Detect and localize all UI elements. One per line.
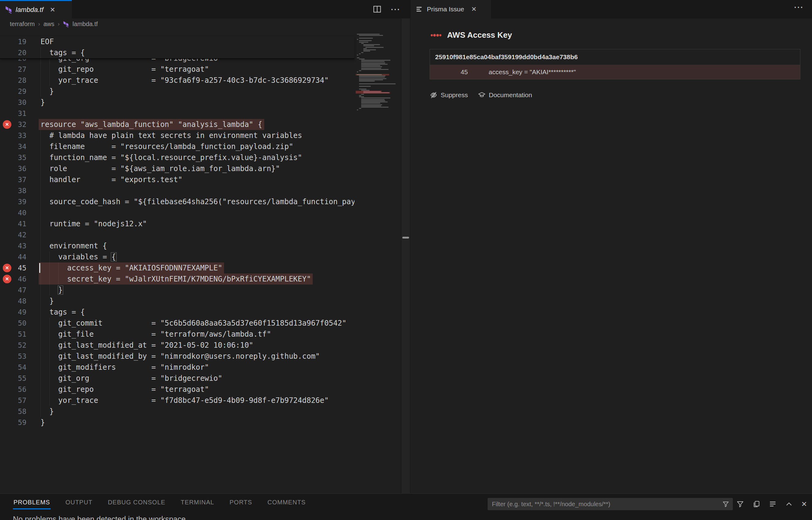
minimap-line — [361, 102, 388, 102]
code-line-57[interactable]: 57 yor_trace = "f7d8bc47-e5d9-4b09-9d8f-… — [0, 395, 354, 406]
line-number: 48 — [0, 295, 26, 307]
breadcrumb-terraform[interactable]: terraform — [10, 21, 35, 28]
minimap-line — [363, 49, 376, 50]
code-line-31[interactable]: 31 — [0, 108, 354, 119]
code-line-19[interactable]: 19EOF — [0, 36, 354, 47]
line-number: 49 — [0, 307, 26, 318]
code-text: variables = { — [41, 252, 116, 262]
minimap-line — [361, 68, 381, 69]
documentation-button[interactable]: Documentation — [478, 91, 532, 99]
collapse-all-icon[interactable] — [769, 500, 777, 508]
code-line-48[interactable]: 48 } — [0, 295, 354, 307]
tab-lambda-tf[interactable]: lambda.tf ✕ — [0, 0, 72, 18]
code-line-28[interactable]: 28 yor_trace = "93cfa6f9-a257-40c3-b7dc-… — [0, 75, 354, 86]
code-line-30[interactable]: 30} — [0, 97, 354, 108]
minimap-line — [357, 72, 358, 72]
code-line-39[interactable]: 39 source_code_hash = "${filebase64sha25… — [0, 196, 354, 207]
split-editor-icon[interactable] — [373, 5, 381, 13]
line-number: 33 — [0, 130, 26, 141]
issue-header: AWS Access Key — [430, 30, 512, 40]
code-line-52[interactable]: 52 git_last_modified_at = "2021-05-02 10… — [0, 340, 354, 351]
view-as-table-icon[interactable] — [753, 500, 760, 508]
filter-funnel-icon[interactable] — [722, 500, 730, 508]
tab-prisma-issue[interactable]: Prisma Issue ✕ — [411, 0, 491, 18]
tab-close-icon[interactable]: ✕ — [50, 6, 55, 14]
finding-code-row[interactable]: 45 access_key = "AKIAI**********" — [430, 65, 800, 79]
line-number: 57 — [0, 395, 26, 406]
code-line-51[interactable]: 51 git_file = "terraform/aws/lambda.tf" — [0, 329, 354, 340]
code-line-49[interactable]: 49 tags = { — [0, 307, 354, 318]
code-line-59[interactable]: 59} — [0, 417, 354, 428]
code-line-33[interactable]: 33 # lambda have plain text secrets in e… — [0, 130, 354, 141]
filter-input[interactable] — [488, 498, 733, 510]
code-line-20[interactable]: 20 tags = { — [0, 47, 354, 58]
code-line-42[interactable]: 42 — [0, 229, 354, 240]
panel-tab-close-icon[interactable]: ✕ — [471, 5, 476, 13]
breadcrumb-aws[interactable]: aws — [43, 21, 54, 28]
minimap-line — [361, 66, 382, 67]
sash-drag-handle[interactable] — [402, 237, 409, 238]
minimap-line — [359, 70, 361, 71]
editor-tab-bar: lambda.tf ✕ ⋯ — [0, 0, 411, 18]
code-text: } — [41, 86, 54, 97]
suppress-button[interactable]: Suppress — [429, 91, 468, 99]
code-text: EOF — [41, 36, 54, 47]
minimap-line — [359, 96, 364, 97]
code-line-50[interactable]: 50 git_commit = "5c6b5d60a8aa63a5d37e60f… — [0, 318, 354, 329]
minimap[interactable] — [354, 30, 401, 493]
code-text: tags = { — [41, 307, 85, 318]
minimap-line — [359, 40, 372, 41]
code-line-56[interactable]: 56 git_repo = "terragoat" — [0, 384, 354, 395]
code-line-27[interactable]: 27 git_repo = "terragoat" — [0, 64, 354, 75]
minimap-line — [363, 45, 374, 46]
minimap-line — [361, 105, 381, 106]
minimap-line — [359, 38, 373, 38]
code-line-55[interactable]: 55 git_org = "bridgecrewio" — [0, 373, 354, 384]
code-text: role = "${aws_iam_role.iam_for_lambda.ar… — [41, 163, 280, 174]
code-line-53[interactable]: 53 git_last_modified_by = "nimrodkor@use… — [0, 351, 354, 362]
code-line-46[interactable]: ✕46 secret_key = "wJalrXUtnFEMI/K7MDENG/… — [0, 274, 354, 285]
minimap-line — [359, 42, 368, 43]
code-line-43[interactable]: 43 environment { — [0, 240, 354, 252]
code-line-32[interactable]: ✕32resource "aws_lambda_function" "analy… — [0, 119, 354, 130]
panel-tab-output[interactable]: OUTPUT — [65, 498, 93, 507]
line-number: 38 — [0, 185, 26, 196]
code-line-38[interactable]: 38 — [0, 185, 354, 196]
editor-panel-sash[interactable] — [401, 18, 410, 493]
breadcrumb-lambda-tf[interactable]: lambda.tf — [72, 21, 98, 28]
code-line-47[interactable]: 47 } — [0, 285, 354, 295]
filter-icon[interactable] — [736, 500, 744, 508]
line-number: 53 — [0, 351, 26, 362]
code-text: } — [41, 295, 54, 307]
code-line-37[interactable]: 37 handler = "exports.test" — [0, 174, 354, 185]
panel-tab-terminal[interactable]: TERMINAL — [180, 498, 215, 507]
code-line-34[interactable]: 34 filename = "resources/lambda_function… — [0, 141, 354, 152]
code-line-36[interactable]: 36 role = "${aws_iam_role.iam_for_lambda… — [0, 163, 354, 174]
panel-tab-comments[interactable]: COMMENTS — [267, 498, 306, 507]
code-text: filename = "resources/lambda_function_pa… — [41, 141, 293, 152]
panel-tabs: PROBLEMSOUTPUTDEBUG CONSOLETERMINALPORTS… — [13, 494, 306, 510]
code-line-45[interactable]: ✕45 access_key = "AKIAIOSFODNN7EXAMPLE" — [0, 262, 354, 274]
code-line-35[interactable]: 35 function_name = "${local.resource_pre… — [0, 152, 354, 163]
code-line-41[interactable]: 41 runtime = "nodejs12.x" — [0, 218, 354, 229]
panel-tab-problems[interactable]: PROBLEMS — [13, 498, 51, 507]
close-panel-icon[interactable]: ✕ — [801, 500, 807, 508]
panel-more-actions-icon[interactable]: ⋯ — [794, 2, 804, 12]
code-editor[interactable]: 26 git_org = "bridgecrewio"27 git_repo =… — [0, 30, 354, 493]
line-number: 37 — [0, 174, 26, 185]
code-line-58[interactable]: 58 } — [0, 406, 354, 417]
breadcrumb-separator: › — [38, 21, 40, 27]
panel-tab-ports[interactable]: PORTS — [229, 498, 253, 507]
code-line-29[interactable]: 29 } — [0, 86, 354, 97]
prisma-issue-panel: Prisma Issue ✕ ⋯ AWS Access Key 25910f98… — [411, 0, 812, 493]
code-line-44[interactable]: 44 variables = { — [0, 252, 354, 262]
code-line-40[interactable]: 40 — [0, 207, 354, 218]
panel-tab-debug-console[interactable]: DEBUG CONSOLE — [107, 498, 166, 507]
code-text: tags = { — [41, 47, 85, 58]
code-text: secret_key = "wJalrXUtnFEMI/K7MDENG/bPxR… — [41, 274, 311, 285]
code-text: handler = "exports.test" — [41, 174, 182, 185]
maximize-panel-icon[interactable] — [785, 500, 793, 508]
more-actions-icon[interactable]: ⋯ — [390, 4, 400, 14]
code-line-54[interactable]: 54 git_modifiers = "nimrodkor" — [0, 362, 354, 373]
minimap-line — [357, 39, 358, 40]
